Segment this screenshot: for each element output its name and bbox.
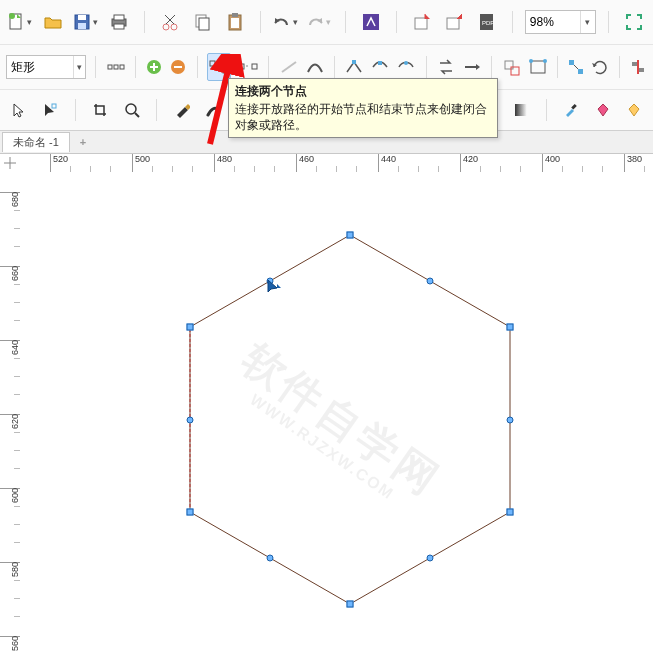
svg-marker-1: [17, 14, 21, 18]
shape-tool-button[interactable]: [37, 96, 62, 124]
svg-marker-79: [190, 235, 510, 604]
svg-rect-7: [114, 15, 124, 20]
vertex-node[interactable]: [187, 509, 194, 516]
break-node-button[interactable]: [237, 53, 259, 81]
svg-marker-18: [275, 18, 280, 23]
svg-marker-19: [317, 18, 322, 23]
freehand-tool-button[interactable]: [169, 96, 194, 124]
join-nodes-button[interactable]: [207, 53, 231, 81]
close-curve-button[interactable]: [528, 53, 548, 81]
vertex-node[interactable]: [507, 324, 514, 331]
svg-rect-17: [231, 18, 239, 28]
svg-rect-34: [210, 61, 215, 66]
rotate-nodes-button[interactable]: [591, 53, 609, 81]
extend-curve-button[interactable]: [462, 53, 482, 81]
print-button[interactable]: [106, 8, 132, 36]
vertex-node[interactable]: [347, 232, 354, 239]
pick-tool-button[interactable]: [6, 96, 31, 124]
save-button[interactable]: ▾: [72, 8, 100, 36]
edge-midpoint-node[interactable]: [427, 555, 434, 562]
svg-marker-80: [268, 280, 277, 292]
symmetric-node-button[interactable]: [396, 53, 416, 81]
edge-midpoint-node[interactable]: [427, 278, 434, 285]
chevron-down-icon: ▾: [93, 17, 100, 27]
svg-rect-60: [52, 104, 56, 108]
smart-fill-button[interactable]: [622, 96, 647, 124]
to-curve-button[interactable]: [305, 53, 325, 81]
svg-rect-8: [114, 24, 124, 29]
redo-button[interactable]: ▾: [306, 8, 333, 36]
cusp-node-button[interactable]: [344, 53, 364, 81]
vertex-node[interactable]: [507, 509, 514, 516]
svg-rect-15: [229, 15, 241, 30]
to-line-button[interactable]: [279, 53, 299, 81]
zoom-tool-button[interactable]: [119, 96, 144, 124]
vertex-node[interactable]: [347, 601, 354, 608]
svg-rect-47: [511, 67, 519, 75]
svg-rect-3: [75, 15, 89, 29]
add-node-button[interactable]: [145, 53, 163, 81]
extract-subpath-button[interactable]: [502, 53, 522, 81]
vertex-node[interactable]: [187, 324, 194, 331]
chevron-down-icon[interactable]: ▾: [73, 56, 85, 78]
align-nodes-button[interactable]: [629, 53, 647, 81]
add-tab-button[interactable]: +: [70, 134, 96, 150]
eyedropper-tool-button[interactable]: [559, 96, 584, 124]
svg-rect-76: [572, 104, 578, 110]
stretch-nodes-button[interactable]: [567, 53, 585, 81]
svg-point-10: [171, 24, 177, 30]
chevron-down-icon[interactable]: ▾: [580, 11, 595, 33]
svg-rect-57: [639, 68, 644, 72]
svg-point-9: [163, 24, 169, 30]
zoom-combo[interactable]: ▾: [525, 10, 596, 34]
publish-pdf-button[interactable]: PDF: [474, 8, 500, 36]
paste-button[interactable]: [222, 8, 248, 36]
artistic-media-button[interactable]: [201, 96, 226, 124]
document-tab[interactable]: 未命名 -1: [2, 132, 70, 152]
svg-rect-21: [415, 18, 427, 29]
ruler-origin[interactable]: [0, 154, 21, 173]
svg-rect-42: [378, 61, 382, 65]
main-toolbar: ▾ ▾ ▾ ▾ PDF ▾: [0, 0, 653, 45]
svg-rect-31: [120, 65, 124, 69]
delete-node-button[interactable]: [169, 53, 187, 81]
svg-rect-24: [447, 18, 459, 29]
drawing-canvas[interactable]: 软件自学网 WWW.RJZXW.COM: [20, 172, 653, 651]
ruler-horizontal[interactable]: 520500480460440420400380: [20, 154, 653, 173]
svg-rect-37: [239, 64, 244, 69]
svg-point-33: [171, 60, 185, 74]
svg-rect-20: [363, 14, 379, 30]
full-screen-button[interactable]: [621, 8, 647, 36]
open-file-button[interactable]: [40, 8, 66, 36]
crop-tool-button[interactable]: [88, 96, 113, 124]
copy-button[interactable]: [190, 8, 216, 36]
svg-rect-4: [78, 15, 86, 20]
search-button[interactable]: [358, 8, 384, 36]
cut-button[interactable]: [157, 8, 183, 36]
svg-marker-81: [277, 284, 281, 288]
interactive-fill-button[interactable]: [590, 96, 615, 124]
smooth-node-button[interactable]: [370, 53, 390, 81]
shape-input[interactable]: [7, 60, 73, 74]
ruler-vertical[interactable]: 680660640620600580560: [0, 172, 21, 651]
import-button[interactable]: [409, 8, 435, 36]
select-all-nodes-button[interactable]: [106, 53, 126, 81]
reverse-direction-button[interactable]: [436, 53, 456, 81]
new-file-button[interactable]: ▾: [6, 8, 34, 36]
edge-midpoint-node[interactable]: [267, 555, 274, 562]
transparency-tool-button[interactable]: [508, 96, 533, 124]
zoom-input[interactable]: [526, 15, 580, 29]
tooltip: 连接两个节点 连接开放路径的开始节点和结束节点来创建闭合对象或路径。: [228, 78, 498, 138]
svg-rect-13: [196, 15, 206, 27]
svg-marker-22: [425, 14, 430, 19]
undo-button[interactable]: ▾: [273, 8, 300, 36]
export-button[interactable]: [441, 8, 467, 36]
tooltip-body: 连接开放路径的开始节点和结束节点来创建闭合对象或路径。: [235, 101, 491, 133]
chevron-down-icon: ▾: [27, 17, 34, 27]
chevron-down-icon: ▾: [293, 17, 300, 27]
shape-combo[interactable]: ▾: [6, 55, 86, 79]
edge-midpoint-node[interactable]: [187, 416, 194, 423]
hexagon-shape[interactable]: [20, 172, 653, 651]
edge-midpoint-node[interactable]: [507, 416, 514, 423]
svg-text:PDF: PDF: [482, 20, 494, 26]
